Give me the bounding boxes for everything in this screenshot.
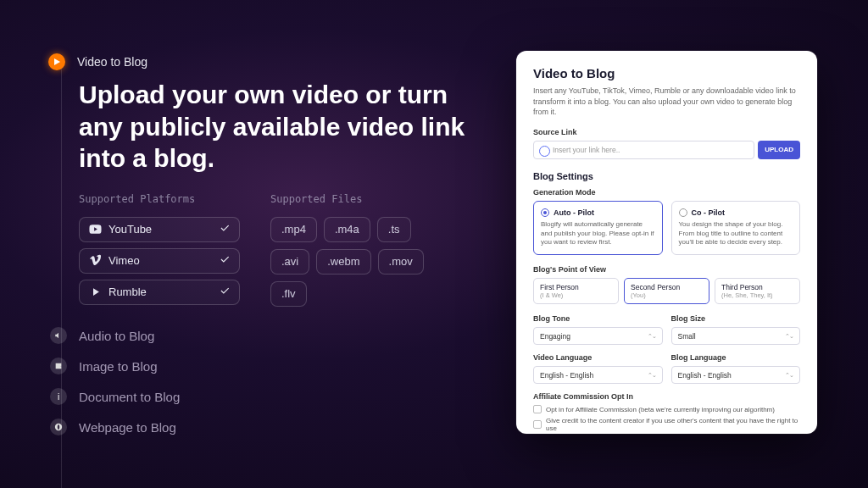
panel-title: Video to Blog <box>533 66 800 80</box>
feature-label: Webpage to Blog <box>79 420 176 435</box>
file-pill: .ts <box>377 217 411 242</box>
file-pill: .webm <box>316 249 370 274</box>
webpage-icon <box>50 419 67 435</box>
document-icon: i <box>50 388 67 405</box>
play-icon <box>48 53 65 70</box>
feature-item-audio[interactable]: Audio to Blog <box>50 327 180 344</box>
generation-mode-label: Generation Mode <box>533 188 800 197</box>
blog-language-select[interactable]: English - English <box>671 366 801 384</box>
platforms-column: Supported Platforms YouTube Vimeo Rumble <box>79 193 240 311</box>
feature-item-document[interactable]: i Document to Blog <box>50 388 180 405</box>
pov-title: Second Person <box>631 283 703 291</box>
source-link-input[interactable]: Insert your link here.. <box>533 141 754 159</box>
platform-label: Vimeo <box>108 254 140 267</box>
upload-button[interactable]: UPLOAD <box>758 141 800 159</box>
platform-label: YouTube <box>108 223 152 236</box>
mode-card-co-pilot[interactable]: Co - Pilot You design the shape of your … <box>671 201 801 255</box>
pov-label: Blog's Point of View <box>533 265 800 274</box>
blog-language-label: Blog Language <box>671 353 801 362</box>
active-feature-header: Video to Blog <box>48 53 477 70</box>
headline: Upload your own video or turn any public… <box>79 79 477 175</box>
platforms-label: Supported Platforms <box>79 193 240 205</box>
platform-item-rumble: Rumble <box>79 280 240 305</box>
feature-crumb-label: Video to Blog <box>77 55 147 69</box>
file-pill-row: .mp4 .m4a .ts .avi .webm .mov .flv <box>270 217 440 307</box>
file-pill: .avi <box>270 249 309 274</box>
mode-desc: Blogify will automatically generate and … <box>541 220 655 247</box>
file-pill: .mov <box>378 249 424 274</box>
image-icon <box>50 358 67 374</box>
video-language-label: Video Language <box>533 353 663 362</box>
rumble-icon <box>88 286 102 299</box>
blog-settings-label: Blog Settings <box>533 171 800 181</box>
mode-card-auto-pilot[interactable]: Auto - Pilot Blogify will automatically … <box>533 201 663 255</box>
pov-first-person[interactable]: First Person (I & We) <box>533 278 619 304</box>
affiliate-label: Affiliate Commission Opt In <box>533 392 800 401</box>
source-link-label: Source Link <box>533 128 800 136</box>
platform-item-vimeo: Vimeo <box>79 248 240 274</box>
mode-title: Co - Pilot <box>692 208 726 217</box>
settings-panel: Video to Blog Insert any YouTube, TikTok… <box>516 51 817 434</box>
feature-label: Audio to Blog <box>79 329 154 343</box>
check-icon <box>219 253 231 268</box>
blog-tone-select[interactable]: Engaging <box>533 327 663 345</box>
blog-tone-label: Blog Tone <box>533 314 663 323</box>
file-pill: .mp4 <box>270 217 317 242</box>
file-pill: .flv <box>270 281 307 307</box>
radio-icon <box>679 208 687 217</box>
files-label: Supported Files <box>270 193 440 205</box>
mode-title: Auto - Pilot <box>554 208 594 217</box>
files-column: Supported Files .mp4 .m4a .ts .avi .webm… <box>270 193 440 311</box>
platform-item-youtube: YouTube <box>79 217 240 242</box>
checkbox-label: Give credit to the content creator if yo… <box>546 417 800 432</box>
feature-label: Document to Blog <box>79 390 180 404</box>
video-language-select[interactable]: English - English <box>533 366 663 384</box>
checkbox-icon <box>533 405 542 413</box>
panel-desc: Insert any YouTube, TikTok, Vimeo, Rumbl… <box>533 86 800 118</box>
check-icon <box>219 285 231 299</box>
other-features-list: Audio to Blog Image to Blog i Document t… <box>50 327 180 449</box>
pov-third-person[interactable]: Third Person (He, She, They, It) <box>715 278 800 304</box>
affiliate-checkbox-2[interactable]: Give credit to the content creator if yo… <box>533 417 800 432</box>
pov-sub: (He, She, They, It) <box>721 291 793 299</box>
youtube-icon <box>88 223 102 236</box>
blog-size-label: Blog Size <box>671 314 801 323</box>
platform-label: Rumble <box>108 286 147 298</box>
pov-title: Third Person <box>721 283 793 291</box>
vimeo-icon <box>88 254 102 268</box>
blog-size-select[interactable]: Small <box>671 327 801 345</box>
pov-title: First Person <box>540 283 612 291</box>
checkbox-icon <box>533 420 542 429</box>
affiliate-checkbox-1[interactable]: Opt in for Affiliate Commission (beta we… <box>533 405 800 413</box>
mode-desc: You design the shape of your blog. From … <box>679 220 793 247</box>
check-icon <box>219 222 231 236</box>
pov-second-person[interactable]: Second Person (You) <box>624 278 709 304</box>
left-column: Video to Blog Upload your own video or t… <box>53 53 477 311</box>
feature-item-image[interactable]: Image to Blog <box>50 358 180 374</box>
file-pill: .m4a <box>324 217 370 242</box>
feature-item-webpage[interactable]: Webpage to Blog <box>50 419 180 435</box>
feature-label: Image to Blog <box>79 359 158 374</box>
pov-sub: (You) <box>631 291 703 299</box>
audio-icon <box>50 327 67 344</box>
radio-icon <box>541 208 549 217</box>
checkbox-label: Opt in for Affiliate Commission (beta we… <box>546 406 775 413</box>
pov-sub: (I & We) <box>540 291 612 299</box>
